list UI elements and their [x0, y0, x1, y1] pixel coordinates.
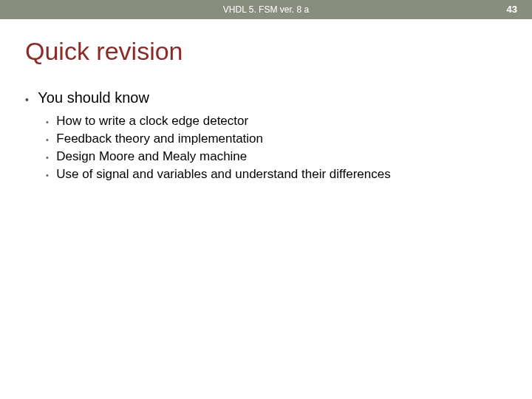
content-area: Quick revision • You should know • How t… — [0, 19, 532, 182]
slide: VHDL 5. FSM ver. 8 a 43 Quick revision •… — [0, 0, 532, 399]
sublist: • How to write a clock edge detector • F… — [46, 114, 507, 182]
bullet-icon: • — [46, 117, 49, 126]
list-item: • Feedback theory and implementation — [46, 132, 507, 146]
list-item-label: You should know — [38, 89, 149, 106]
list-item: • How to write a clock edge detector — [46, 114, 507, 129]
bullet-icon: • — [46, 153, 49, 162]
page-number: 43 — [507, 0, 517, 19]
list-item: • You should know — [25, 89, 507, 106]
header-center-text: VHDL 5. FSM ver. 8 a — [0, 0, 532, 19]
bullet-icon: • — [46, 171, 49, 180]
list-item-label: How to write a clock edge detector — [56, 114, 248, 128]
list-item-label: Design Moore and Mealy machine — [56, 149, 247, 163]
list-item: • Use of signal and variables and unders… — [46, 167, 507, 182]
list-item-label: Use of signal and variables and understa… — [56, 167, 390, 181]
page-title: Quick revision — [25, 37, 507, 66]
header-bar: VHDL 5. FSM ver. 8 a 43 — [0, 0, 532, 19]
list-item-label: Feedback theory and implementation — [56, 132, 263, 146]
bullet-icon: • — [46, 135, 49, 144]
bullet-icon: • — [25, 94, 29, 106]
list-item: • Design Moore and Mealy machine — [46, 149, 507, 164]
